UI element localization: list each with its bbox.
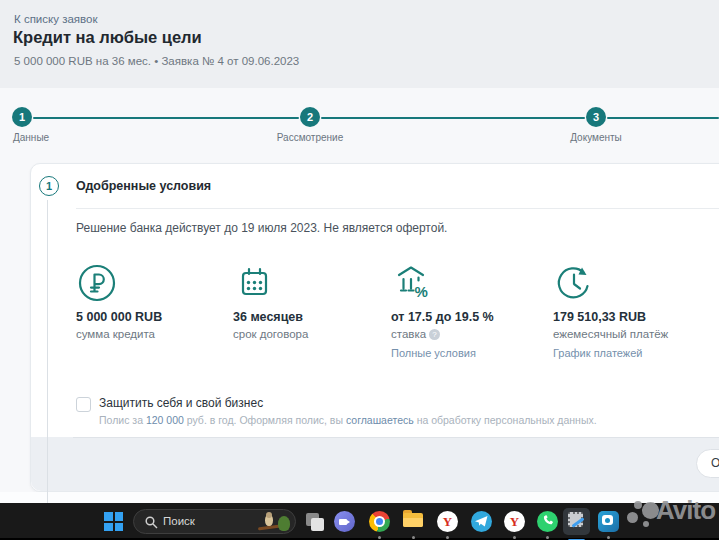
payment-schedule-link[interactable]: График платежей [553, 347, 705, 359]
task-view-icon-front[interactable] [311, 518, 324, 531]
decline-button[interactable]: От [696, 449, 719, 478]
running-indicator-pinned-app [607, 536, 610, 539]
interest-rate-label: ставка? [391, 328, 543, 340]
chrome-core [376, 518, 383, 525]
telegram-icon[interactable] [471, 511, 492, 532]
clock-refresh-icon [553, 262, 705, 308]
term-loan-amount: 5 000 000 RUB сумма кредита [76, 262, 228, 340]
card-footer: От [31, 437, 719, 491]
calendar-icon [233, 262, 385, 308]
loan-amount-label: сумма кредита [76, 328, 228, 340]
progress-stepper: 1 2 3 Данные Рассмотрение Документы [0, 88, 719, 163]
start-pane [104, 523, 113, 532]
start-pane [104, 512, 113, 521]
bush-art [278, 516, 290, 531]
monthly-payment-label: ежемесячный платёж [553, 328, 705, 340]
running-indicator-yandex [446, 536, 449, 539]
page-header: К списку заявок Кредит на любые цели 5 0… [0, 0, 719, 88]
whatsapp-icon[interactable] [537, 511, 558, 532]
windows-start-icon[interactable] [104, 512, 123, 531]
consent-link[interactable]: соглашаетесь [346, 414, 414, 426]
insurance-checkbox[interactable] [76, 397, 91, 412]
interest-rate-label-text: ставка [391, 328, 426, 340]
contract-duration-value: 36 месяцев [233, 310, 385, 324]
svg-text:%: % [415, 283, 428, 300]
search-bing-illustration [256, 512, 290, 533]
policy-price: 120 000 [146, 414, 184, 426]
back-to-applications-link[interactable]: К списку заявок [14, 13, 97, 25]
fine-print-part2: руб. в год. Оформляя полис, вы [187, 414, 343, 426]
bubble-dot-glyph [605, 518, 610, 523]
fine-print-part3: на обработку персональных данных. [417, 414, 597, 426]
contract-duration-label: срок договора [233, 328, 385, 340]
card-step-number-badge: 1 [39, 176, 59, 196]
term-contract-duration: 36 месяцев срок договора [233, 262, 385, 340]
running-indicator-whatsapp [546, 536, 549, 539]
bank-decision-note: Решение банка действует до 19 июля 2023.… [76, 221, 447, 235]
start-pane [115, 523, 124, 532]
step-label-data: Данные [13, 132, 49, 143]
term-monthly-payment: 179 510,33 RUB ежемесячный платёж График… [553, 262, 705, 359]
page-title: Кредит на любые цели [13, 28, 202, 47]
running-indicator-explorer [412, 536, 415, 539]
phone-glyph [537, 511, 558, 532]
screenshot-tool-icon[interactable] [563, 508, 590, 535]
chat-app-icon[interactable] [334, 511, 355, 532]
full-terms-link[interactable]: Полные условия [391, 347, 543, 359]
yandex-browser-icon-2[interactable]: Y [504, 511, 525, 532]
folder-front [403, 518, 423, 527]
taskbar-search-input[interactable]: Поиск [133, 509, 296, 534]
term-interest-rate: % от 17.5 до 19.5 % ставка? Полные услов… [391, 262, 543, 359]
chrome-icon[interactable] [369, 511, 390, 532]
step-circle-2[interactable]: 2 [300, 107, 320, 127]
search-placeholder-text: Поиск [163, 515, 195, 527]
start-pane [115, 512, 124, 521]
step-circle-1[interactable]: 1 [12, 107, 32, 127]
stepper-line-2 [321, 117, 585, 119]
fine-print-part1: Полис за [99, 414, 143, 426]
insurance-fine-print: Полис за 120 000 руб. в год. Оформляя по… [99, 414, 719, 426]
paper-plane-glyph [471, 511, 492, 532]
rate-help-icon[interactable]: ? [429, 329, 440, 340]
insurance-checkbox-label[interactable]: Защитить себя и свой бизнес [99, 396, 263, 410]
windows-taskbar: Поиск Y Y [0, 503, 719, 540]
bird-art [265, 514, 273, 526]
footer-divider [73, 437, 719, 438]
running-indicator-yandex-2 [513, 536, 516, 539]
step-label-review: Рассмотрение [240, 132, 380, 143]
interest-rate-value: от 17.5 до 19.5 % [391, 310, 543, 324]
ruble-circle-icon [76, 262, 228, 308]
approved-terms-card: 1 Одобренные условия Решение банка дейст… [30, 163, 719, 492]
search-icon [145, 516, 158, 529]
page-background-strip [0, 492, 719, 503]
video-camera-glyph [339, 519, 347, 525]
bank-percent-icon: % [391, 262, 543, 308]
application-summary: 5 000 000 RUB на 36 мес. • Заявка № 4 от… [14, 55, 299, 67]
loan-amount-value: 5 000 000 RUB [76, 310, 228, 324]
stepper-vertical-connector [47, 200, 48, 503]
running-indicator-chrome [378, 536, 381, 539]
yandex-browser-icon[interactable]: Y [437, 511, 458, 532]
card-title-divider [76, 208, 719, 209]
pinned-app-icon[interactable] [598, 511, 619, 532]
monthly-payment-value: 179 510,33 RUB [553, 310, 705, 324]
stepper-line-1 [33, 117, 299, 119]
stepper-line-3 [607, 117, 719, 119]
file-explorer-icon[interactable] [403, 513, 423, 528]
step-label-documents: Документы [526, 132, 666, 143]
step-circle-3[interactable]: 3 [586, 107, 606, 127]
card-title: Одобренные условия [76, 179, 211, 193]
